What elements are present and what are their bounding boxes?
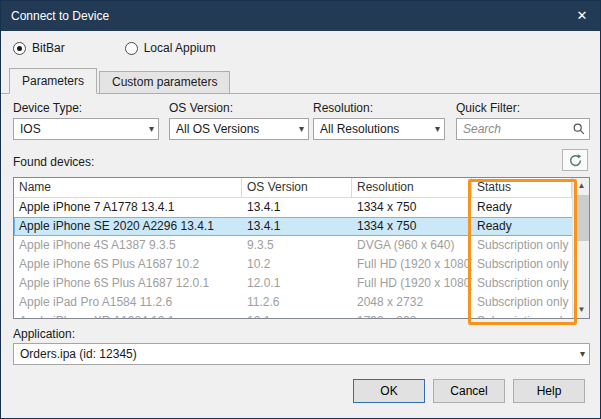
connection-type-radio-group: BitBar Local Appium xyxy=(13,41,216,55)
cell-os: 10.2 xyxy=(242,255,352,274)
cell-os: 11.2.6 xyxy=(242,293,352,312)
resolution-value: All Resolutions xyxy=(320,122,424,136)
quick-filter-label: Quick Filter: xyxy=(456,101,520,115)
cell-name: Apple iPhone 6S Plus A1687 10.2 xyxy=(14,255,242,274)
cell-os: 12.0.1 xyxy=(242,274,352,293)
chevron-down-icon: ▾ xyxy=(299,123,304,134)
cell-res: Full HD (1920 x 1080) xyxy=(352,255,472,274)
cell-name: Apple iPhone 4S A1387 9.3.5 xyxy=(14,236,242,255)
close-icon[interactable]: ✕ xyxy=(564,1,600,31)
resolution-label: Resolution: xyxy=(313,101,373,115)
cell-res: 1334 x 750 xyxy=(352,217,472,236)
cell-status: Subscription only xyxy=(472,312,572,319)
cell-status: Ready xyxy=(472,217,572,236)
application-value: Orders.ipa (id: 12345) xyxy=(20,347,569,361)
table-row[interactable]: Apple iPhone 6S Plus A1687 12.0.1 12.0.1… xyxy=(14,274,589,293)
cell-res: 2048 x 2732 xyxy=(352,293,472,312)
table-row-selected[interactable]: Apple iPhone SE 2020 A2296 13.4.1 13.4.1… xyxy=(14,217,589,236)
quick-filter-box xyxy=(456,118,590,140)
cell-status: Subscription only xyxy=(472,293,572,312)
cell-res: 1792 x 828 xyxy=(352,312,472,319)
chevron-down-icon: ▾ xyxy=(580,348,585,359)
column-header-name[interactable]: Name xyxy=(14,178,242,197)
scroll-down-icon[interactable]: ▼ xyxy=(573,302,590,318)
cell-name: Apple iPad Pro A1584 11.2.6 xyxy=(14,293,242,312)
tab-strip: Parameters Custom parameters xyxy=(1,68,600,94)
application-select[interactable]: Orders.ipa (id: 12345) ▾ xyxy=(13,343,590,365)
ok-button[interactable]: OK xyxy=(353,379,425,403)
os-version-value: All OS Versions xyxy=(176,122,288,136)
refresh-button[interactable] xyxy=(562,149,588,171)
tab-parameters[interactable]: Parameters xyxy=(9,68,97,94)
column-header-resolution[interactable]: Resolution xyxy=(352,178,472,197)
cell-name: Apple iPhone XR A1984 12.1 xyxy=(14,312,242,319)
radio-dot xyxy=(125,42,138,55)
cell-res: Full HD (1920 x 1080) xyxy=(352,274,472,293)
table-row-partial[interactable]: Apple iPhone XR A1984 12.1 12.1 1792 x 8… xyxy=(14,312,589,319)
column-header-status[interactable]: Status xyxy=(472,178,572,197)
cell-name: Apple iPhone SE 2020 A2296 13.4.1 xyxy=(14,217,242,236)
cell-res: 1334 x 750 xyxy=(352,198,472,217)
found-devices-label: Found devices: xyxy=(13,155,94,169)
cell-name: Apple iPhone 7 A1778 13.4.1 xyxy=(14,198,242,217)
scrollbar-thumb[interactable] xyxy=(574,195,589,241)
table-header: Name OS Version Resolution Status xyxy=(14,178,589,198)
cell-os: 13.4.1 xyxy=(242,217,352,236)
vertical-scrollbar[interactable]: ▲ ▼ xyxy=(572,178,589,318)
device-type-value: IOS xyxy=(20,122,138,136)
table-row[interactable]: Apple iPad Pro A1584 11.2.6 11.2.6 2048 … xyxy=(14,293,589,312)
radio-local-appium[interactable]: Local Appium xyxy=(125,41,216,55)
table-row[interactable]: Apple iPhone 4S A1387 9.3.5 9.3.5 DVGA (… xyxy=(14,236,589,255)
cell-os: 13.4.1 xyxy=(242,198,352,217)
cell-status: Ready xyxy=(472,198,572,217)
help-button[interactable]: Help xyxy=(513,379,585,403)
cell-os: 9.3.5 xyxy=(242,236,352,255)
application-label: Application: xyxy=(13,327,75,341)
table-row[interactable]: Apple iPhone 6S Plus A1687 10.2 10.2 Ful… xyxy=(14,255,589,274)
chevron-down-icon: ▾ xyxy=(435,123,440,134)
resolution-select[interactable]: All Resolutions ▾ xyxy=(313,118,445,140)
tab-custom-parameters[interactable]: Custom parameters xyxy=(99,71,230,93)
dialog-title: Connect to Device xyxy=(11,1,109,31)
cell-status: Subscription only xyxy=(472,255,572,274)
radio-bitbar[interactable]: BitBar xyxy=(13,41,65,55)
device-type-select[interactable]: IOS ▾ xyxy=(13,118,159,140)
os-version-select[interactable]: All OS Versions ▾ xyxy=(169,118,309,140)
radio-bitbar-label: BitBar xyxy=(32,41,65,55)
column-header-os-version[interactable]: OS Version xyxy=(242,178,352,197)
cell-name: Apple iPhone 6S Plus A1687 12.0.1 xyxy=(14,274,242,293)
table-row[interactable]: Apple iPhone 7 A1778 13.4.1 13.4.1 1334 … xyxy=(14,198,589,217)
cancel-button[interactable]: Cancel xyxy=(433,379,505,403)
os-version-label: OS Version: xyxy=(169,101,233,115)
cell-res: DVGA (960 x 640) xyxy=(352,236,472,255)
radio-local-appium-label: Local Appium xyxy=(144,41,216,55)
device-type-label: Device Type: xyxy=(13,101,82,115)
search-input[interactable] xyxy=(456,118,590,140)
connect-to-device-dialog: Connect to Device ✕ BitBar Local Appium … xyxy=(0,0,601,419)
scroll-up-icon[interactable]: ▲ xyxy=(573,178,590,194)
title-bar: Connect to Device ✕ xyxy=(1,1,600,31)
cell-os: 12.1 xyxy=(242,312,352,319)
chevron-down-icon: ▾ xyxy=(149,123,154,134)
cell-status: Subscription only xyxy=(472,236,572,255)
refresh-icon xyxy=(568,153,583,168)
cell-status: Subscription only xyxy=(472,274,572,293)
device-table: Name OS Version Resolution Status Apple … xyxy=(13,177,590,319)
radio-dot xyxy=(13,42,26,55)
search-icon xyxy=(572,122,586,136)
